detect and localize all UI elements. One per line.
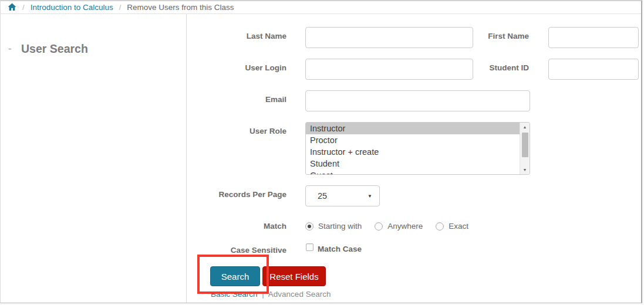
match-case-checkbox[interactable] [306, 243, 313, 251]
breadcrumb-separator: / [119, 3, 122, 12]
case-sensitive-label: Case Sensitive [194, 246, 286, 255]
app-screen: / Introduction to Calculus / Remove User… [0, 0, 644, 305]
user-role-option-instructor-create[interactable]: Instructor + create [306, 146, 520, 158]
match-case-label[interactable]: Match Case [318, 245, 362, 253]
records-per-page-value: 25 [306, 191, 367, 201]
records-per-page-select[interactable]: 25 ▼ [305, 185, 380, 206]
search-button[interactable]: Search [210, 266, 260, 286]
user-role-option-instructor[interactable]: Instructor [306, 123, 520, 134]
breadcrumb-current-page: Remove Users from this Class [127, 3, 234, 12]
user-role-listbox[interactable]: Instructor Proctor Instructor + create S… [305, 122, 530, 175]
scrollbar-thumb[interactable] [522, 133, 528, 157]
search-mode-links: Basic Search | Advanced Search [211, 290, 331, 299]
student-id-input[interactable] [548, 59, 639, 80]
page-title: User Search [21, 42, 88, 56]
radio-anywhere-label[interactable]: Anywhere [387, 222, 423, 231]
first-name-input[interactable] [548, 27, 639, 48]
last-name-label: Last Name [194, 32, 286, 40]
radio-starting-with-label[interactable]: Starting with [318, 222, 362, 231]
last-name-input[interactable] [305, 27, 473, 48]
scroll-up-icon[interactable]: ▲ [520, 123, 530, 131]
reset-fields-button[interactable]: Reset Fields [262, 266, 326, 286]
home-icon[interactable] [8, 3, 16, 11]
user-role-option-guest[interactable]: Guest [306, 170, 520, 175]
email-input[interactable] [305, 90, 530, 111]
radio-exact[interactable] [436, 222, 444, 231]
user-role-label: User Role [194, 127, 286, 135]
advanced-search-link[interactable]: Advanced Search [268, 290, 331, 299]
radio-anywhere[interactable] [375, 222, 383, 231]
radio-exact-label[interactable]: Exact [449, 222, 468, 231]
user-role-option-student[interactable]: Student [306, 158, 520, 170]
breadcrumb-link-course[interactable]: Introduction to Calculus [31, 3, 113, 12]
links-separator: | [262, 290, 264, 299]
collapse-icon[interactable]: - [8, 43, 12, 55]
records-per-page-label: Records Per Page [194, 190, 286, 199]
user-login-label: User Login [194, 63, 286, 72]
left-panel: - User Search [1, 14, 187, 303]
chevron-down-icon: ▼ [367, 194, 379, 199]
match-label: Match [194, 222, 286, 231]
radio-starting-with[interactable] [305, 222, 313, 231]
basic-search-link[interactable]: Basic Search [211, 290, 258, 299]
match-radio-group: Starting with Anywhere Exact [305, 222, 481, 231]
listbox-scrollbar[interactable]: ▲ ▼ [520, 123, 530, 174]
user-login-input[interactable] [305, 59, 473, 80]
email-label: Email [194, 95, 286, 104]
scroll-down-icon[interactable]: ▼ [520, 165, 530, 174]
user-role-option-proctor[interactable]: Proctor [306, 134, 520, 146]
breadcrumb-separator: / [22, 3, 25, 12]
breadcrumb: / Introduction to Calculus / Remove User… [1, 1, 641, 14]
user-search-window: / Introduction to Calculus / Remove User… [0, 0, 642, 303]
